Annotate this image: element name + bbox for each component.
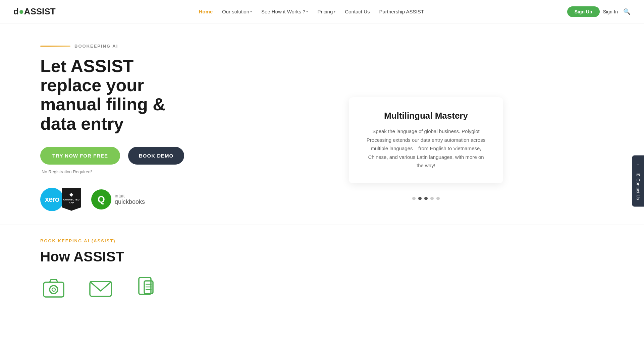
xero-logo: xero ◆ CONNECTED APP (40, 188, 81, 211)
svg-rect-0 (44, 282, 64, 297)
nav-how-works[interactable]: See How it Works ? ▾ (258, 7, 311, 16)
quickbooks-logo: Q intuit quickbooks (91, 189, 145, 209)
nav-contact[interactable]: Contact Us (341, 7, 373, 16)
search-button[interactable]: 🔍 (623, 8, 631, 15)
nav-pricing[interactable]: Pricing ▾ (314, 7, 339, 16)
bottom-section: BOOK KEEPING AI (ASSIST) How ASSIST (0, 225, 644, 308)
slider-dot-2[interactable] (418, 197, 422, 200)
features-row (40, 275, 604, 302)
feature-body: Speak the language of global business. P… (365, 127, 487, 170)
chevron-down-icon: ▾ (306, 10, 308, 13)
slider-dot-4[interactable] (430, 197, 434, 200)
section-eyebrow: BOOK KEEPING AI (ASSIST) (40, 238, 604, 243)
qb-circle: Q (91, 189, 111, 209)
no-registration-note: No Registration Required* (40, 169, 235, 174)
side-contact-button[interactable]: → ✉ Contact Us (632, 156, 644, 207)
chevron-down-icon: ▾ (334, 10, 335, 13)
arrow-icon: → (635, 163, 641, 168)
feature-card: Multilingual Mastery Speak the language … (349, 97, 503, 183)
hero-buttons: TRY NOW FOR FREE BOOK DEMO (40, 147, 235, 165)
hero-headline: Let ASSIST replace your manual filing & … (40, 57, 235, 133)
side-contact-label: ✉ Contact Us (636, 172, 641, 200)
feature-title: Multilingual Mastery (365, 111, 487, 121)
signin-button[interactable]: Sign-In (603, 9, 618, 14)
chevron-down-icon: ▾ (250, 10, 252, 13)
hero-left: BOOKEEPING AI Let ASSIST replace your ma… (40, 44, 235, 211)
section-headline: How ASSIST (40, 249, 604, 265)
qb-text: intuit quickbooks (115, 193, 145, 205)
search-icon: 🔍 (623, 8, 631, 15)
partner-logos: xero ◆ CONNECTED APP Q intuit quickbooks (40, 188, 235, 211)
book-demo-button[interactable]: BOOK DEMO (128, 147, 184, 165)
xero-circle: xero (40, 188, 64, 211)
slider-dot-3[interactable] (424, 197, 428, 200)
slider-dot-1[interactable] (412, 197, 416, 200)
connected-badge: ◆ CONNECTED APP (62, 188, 81, 211)
eyebrow-label: BOOKEEPING AI (74, 44, 118, 49)
logo[interactable]: d●ASSIST (13, 6, 56, 17)
slider-dot-5[interactable] (436, 197, 440, 200)
hero-eyebrow: BOOKEEPING AI (40, 44, 235, 49)
svg-point-1 (50, 286, 58, 294)
svg-rect-4 (139, 278, 151, 294)
feature-item-camera (40, 275, 67, 302)
try-now-button[interactable]: TRY NOW FOR FREE (40, 147, 120, 165)
document-icon (134, 275, 161, 302)
camera-icon (40, 275, 67, 302)
svg-point-2 (52, 288, 55, 291)
navbar: d●ASSIST Home Our solution ▾ See How it … (0, 0, 644, 23)
hero-right: Multilingual Mastery Speak the language … (248, 44, 604, 200)
nav-solution[interactable]: Our solution ▾ (219, 7, 255, 16)
hero-section: BOOKEEPING AI Let ASSIST replace your ma… (0, 23, 644, 225)
nav-actions: Sign Up Sign-In 🔍 (567, 6, 631, 17)
slider-dots (412, 197, 440, 200)
signup-button[interactable]: Sign Up (567, 6, 600, 17)
nav-links: Home Our solution ▾ See How it Works ? ▾… (195, 7, 427, 16)
badge-icon: ◆ (69, 191, 73, 197)
email-icon (87, 275, 114, 302)
logo-text: d●ASSIST (13, 6, 56, 17)
eyebrow-line (40, 46, 70, 47)
feature-item-document (134, 275, 161, 302)
nav-partnership[interactable]: Partnership ASSIST (376, 7, 427, 16)
nav-home[interactable]: Home (195, 7, 216, 16)
feature-item-email (87, 275, 114, 302)
